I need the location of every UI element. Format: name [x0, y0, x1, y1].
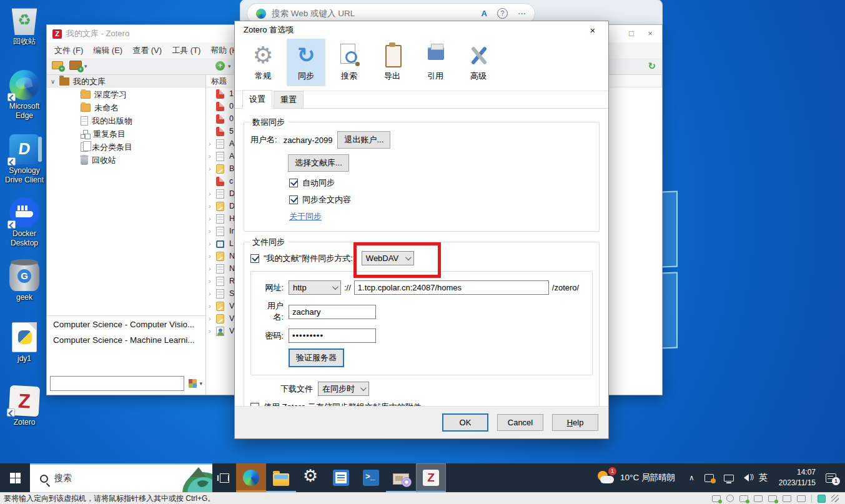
collection-row[interactable]: 未分类条目: [47, 141, 205, 154]
clock[interactable]: 14:07 2023/11/15: [779, 467, 816, 489]
weather-widget[interactable]: 1 10°C 局部晴朗: [598, 470, 675, 486]
expand-chevron-icon[interactable]: [209, 265, 216, 272]
taskbar-app-button[interactable]: [416, 463, 446, 492]
close-icon[interactable]: ×: [585, 25, 601, 36]
taskbar-app-button[interactable]: [356, 463, 386, 492]
close-icon[interactable]: ×: [641, 28, 660, 39]
attachment-sync-checkbox[interactable]: [250, 254, 259, 263]
expand-chevron-icon[interactable]: [209, 190, 216, 197]
vm-network-icon[interactable]: [739, 495, 748, 502]
help-button[interactable]: Help: [552, 414, 598, 431]
vm-usb2-icon[interactable]: [797, 495, 806, 502]
protocol-dropdown[interactable]: http: [289, 280, 341, 295]
new-collection-icon[interactable]: [52, 61, 63, 69]
task-view-button[interactable]: [212, 463, 236, 492]
prefs-toolbar-item[interactable]: 搜索: [330, 39, 368, 86]
choose-library-button[interactable]: 选择文献库...: [288, 154, 349, 172]
menu-item[interactable]: 编辑 (E): [88, 42, 127, 58]
download-files-dropdown[interactable]: 在同步时: [318, 382, 369, 396]
expand-chevron-icon[interactable]: [209, 277, 216, 285]
expand-chevron-icon[interactable]: [209, 240, 216, 247]
expand-chevron-icon[interactable]: [209, 202, 216, 210]
vm-message-icon[interactable]: [818, 495, 826, 503]
expand-chevron-icon[interactable]: [209, 152, 216, 160]
expand-chevron-icon[interactable]: [209, 252, 216, 260]
taskbar-search-box[interactable]: 搜索: [30, 463, 212, 492]
vm-printer-icon[interactable]: [754, 495, 763, 502]
auto-sync-checkbox[interactable]: [289, 179, 298, 187]
sync-icon[interactable]: ↻: [648, 61, 656, 72]
expand-chevron-icon[interactable]: [209, 302, 216, 310]
webdav-username-input[interactable]: zachary: [289, 305, 376, 319]
vmware-tools-icon[interactable]: [704, 474, 714, 482]
vm-cdrom-icon[interactable]: [726, 495, 734, 502]
collection-row[interactable]: 重复条目: [47, 127, 205, 141]
new-item-icon[interactable]: +: [215, 61, 225, 71]
desktop-icon[interactable]: geek: [1, 261, 48, 302]
tag-color-grid-icon[interactable]: [189, 379, 197, 388]
expand-chevron-icon[interactable]: [209, 140, 216, 147]
ok-button[interactable]: OK: [442, 413, 488, 432]
prefs-toolbar-item[interactable]: 导出: [373, 39, 412, 86]
cancel-button[interactable]: Cancel: [497, 414, 543, 431]
verify-server-button[interactable]: 验证服务器: [289, 348, 344, 367]
full-text-sync-checkbox[interactable]: [289, 195, 298, 204]
tag-item[interactable]: Computer Science - Machine Learni...: [47, 332, 205, 347]
taskbar-app-button[interactable]: [266, 463, 296, 492]
read-aloud-icon[interactable]: A: [482, 9, 487, 18]
new-library-caret-icon[interactable]: ▾: [84, 63, 87, 69]
tag-options-caret-icon[interactable]: ▾: [199, 380, 202, 387]
taskbar-app-button[interactable]: [236, 463, 266, 492]
maximize-icon[interactable]: □: [622, 28, 641, 39]
desktop-icon[interactable]: Docker Desktop: [1, 197, 48, 248]
search-highlight-image[interactable]: [165, 465, 212, 492]
menu-item[interactable]: 查看 (V): [127, 42, 167, 58]
volume-icon[interactable]: [744, 474, 749, 482]
taskbar-app-button[interactable]: [326, 463, 356, 492]
help-icon[interactable]: ?: [497, 8, 508, 19]
expand-chevron-icon[interactable]: [209, 215, 216, 222]
new-library-icon[interactable]: [69, 61, 82, 70]
logout-button[interactable]: 退出账户...: [337, 131, 390, 149]
tag-item[interactable]: Computer Science - Computer Visio...: [47, 316, 205, 332]
collection-row[interactable]: 回收站: [47, 154, 205, 167]
tag-filter-input[interactable]: [50, 376, 184, 391]
new-item-caret-icon[interactable]: ▾: [228, 63, 231, 69]
expand-chevron-icon[interactable]: [209, 227, 216, 235]
vm-sound-icon[interactable]: [768, 495, 777, 502]
collection-row[interactable]: 深度学习: [47, 88, 205, 101]
prefs-toolbar-item[interactable]: 常规: [244, 39, 282, 86]
more-menu-icon[interactable]: ⋯: [518, 9, 526, 18]
expand-chevron-icon[interactable]: [209, 165, 216, 172]
start-button[interactable]: [0, 463, 30, 492]
prefs-tab[interactable]: 设置: [242, 90, 272, 109]
collection-row[interactable]: 未命名: [47, 101, 205, 114]
collection-row[interactable]: ∨ 我的文库: [47, 75, 205, 88]
expand-chevron-icon[interactable]: [209, 315, 216, 322]
desktop-icon[interactable]: Microsoft Edge: [1, 70, 48, 121]
prefs-tab[interactable]: 重置: [274, 91, 304, 109]
language-indicator[interactable]: 英: [759, 472, 768, 483]
notification-center-icon[interactable]: 1: [826, 473, 836, 483]
taskbar-app-button[interactable]: [296, 463, 326, 492]
desktop-icon[interactable]: jdy1: [1, 322, 48, 363]
collection-row[interactable]: 我的出版物: [47, 114, 205, 127]
vm-usb-icon[interactable]: [783, 495, 791, 502]
menu-item[interactable]: 工具 (T): [167, 42, 205, 58]
webdav-url-input[interactable]: 1.tcp.cpolar.cn:24087/homes: [354, 280, 549, 295]
prefs-titlebar[interactable]: Zotero 首选项 ×: [235, 21, 608, 39]
menu-item[interactable]: 文件 (F): [49, 42, 88, 58]
webdav-password-input[interactable]: •••••••••: [289, 329, 376, 343]
desktop-icon[interactable]: Zotero: [1, 386, 48, 427]
resize-grip-icon[interactable]: [831, 495, 839, 502]
vm-disk-icon[interactable]: [712, 495, 721, 502]
prefs-toolbar-item[interactable]: 引用: [416, 39, 455, 86]
expand-chevron-icon[interactable]: [209, 327, 216, 335]
tray-overflow-chevron-icon[interactable]: ∧: [689, 473, 694, 482]
tree-caret-icon[interactable]: ∨: [51, 78, 59, 85]
prefs-toolbar-item[interactable]: 高级: [459, 39, 498, 86]
prefs-toolbar-item[interactable]: 同步: [287, 39, 325, 86]
about-sync-link[interactable]: 关于同步: [289, 211, 322, 222]
taskbar-app-button[interactable]: [386, 463, 416, 492]
expand-chevron-icon[interactable]: [209, 290, 216, 297]
